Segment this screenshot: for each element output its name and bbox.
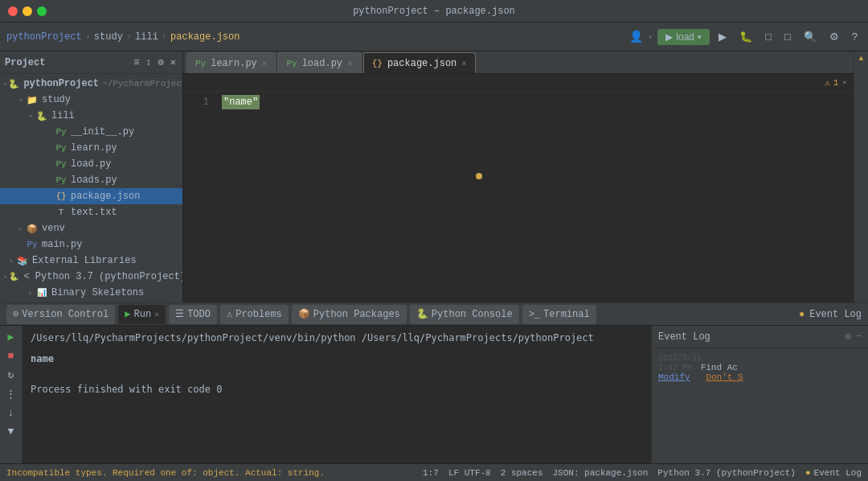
terminal-label: Terminal [543, 309, 590, 320]
profile-button[interactable]: □ [780, 28, 795, 45]
load-file-icon: Py [55, 158, 68, 171]
breadcrumb-lili[interactable]: lili [135, 31, 158, 43]
settings-button[interactable]: ⚙ [825, 28, 843, 45]
search-button[interactable]: 🔍 [800, 28, 821, 45]
packages-label: Python Packages [313, 309, 400, 320]
load-tab-icon: Py [286, 59, 297, 68]
status-file-type[interactable]: JSON: package.json [553, 468, 649, 478]
window-controls[interactable] [8, 6, 47, 16]
status-python[interactable]: Python 3.7 (pythonProject) [657, 468, 796, 478]
warning-dot-icon [476, 173, 482, 179]
tree-item-root[interactable]: 🐍 pythonProject ~/PycharmProjects/p [0, 76, 182, 92]
editor-warnings: ⚠ 1 ▾ [825, 77, 847, 88]
tree-item-lili[interactable]: 🐍 lili [0, 108, 182, 124]
run-tab-close-icon[interactable]: ✕ [154, 310, 159, 319]
event-log-label[interactable]: Event Log [809, 309, 862, 320]
problems-label: Problems [235, 309, 282, 320]
breadcrumb-study[interactable]: study [94, 31, 123, 43]
bottom-tab-console[interactable]: 🐍 Python Console [410, 305, 519, 324]
status-event-log[interactable]: ● Event Log [805, 468, 862, 478]
panel-close-icon[interactable]: ✕ [169, 55, 178, 70]
event-link-modify[interactable]: Modify [658, 372, 690, 382]
minimize-button[interactable] [23, 6, 32, 16]
status-bar-right: 1:7 LF UTF-8 2 spaces JSON: package.json… [423, 468, 862, 478]
bottom-tab-packages[interactable]: 📦 Python Packages [292, 305, 407, 324]
tree-item-learn[interactable]: Py learn.py [0, 140, 182, 156]
event-log-gear-icon[interactable]: ⚙ [845, 331, 851, 343]
tree-item-text[interactable]: T text.txt [0, 204, 182, 220]
panel-icon-1[interactable]: ≡ [132, 56, 141, 70]
bottom-tab-todo[interactable]: ☰ TODO [169, 305, 217, 324]
package-tab-close[interactable]: ✕ [461, 58, 467, 68]
binsk-arrow-icon [26, 289, 35, 298]
bottom-tab-terminal[interactable]: >_ Terminal [522, 305, 596, 324]
tree-item-venv[interactable]: 📦 venv [0, 220, 182, 236]
vcs-icon: ⊙ [13, 308, 18, 320]
status-indent[interactable]: 2 spaces [501, 468, 543, 478]
run-play-icon[interactable]: ▶ [6, 329, 16, 345]
status-position[interactable]: 1:7 [423, 468, 439, 478]
root-icon: 🐍 [7, 77, 20, 90]
learn-tab-close[interactable]: ✕ [262, 58, 268, 68]
tree-item-study[interactable]: 📁 study [0, 92, 182, 108]
code-editor[interactable]: "name" [215, 92, 854, 302]
run-stop-icon[interactable]: ■ [6, 348, 16, 364]
tab-load[interactable]: Py load.py ✕ [277, 52, 361, 73]
code-token-name: "name" [222, 95, 260, 109]
binsk-label: Binary Skeletons [51, 287, 144, 298]
run-rerun-icon[interactable]: ↻ [6, 367, 16, 383]
window-title: pythonProject – package.json [353, 6, 515, 17]
warning-count: 1 [833, 78, 839, 88]
init-file-icon: Py [55, 125, 68, 138]
run-filter-icon[interactable]: ▼ [6, 424, 16, 439]
event-date: 2022/3/11 [658, 354, 702, 363]
run-green-button[interactable]: ▶ [714, 28, 731, 45]
breadcrumb-project[interactable]: pythonProject [6, 31, 82, 43]
bottom-tab-problems[interactable]: ⚠ Problems [220, 305, 289, 324]
coverage-button[interactable]: □ [761, 28, 776, 45]
main-label: main.py [42, 239, 82, 250]
code-container: 1 "name" [183, 92, 854, 302]
event-log-content: 2022/3/11 1:42 PM Find Ac Modify · Don't… [652, 348, 868, 463]
tree-item-package[interactable]: {} package.json [0, 188, 182, 204]
binsk-icon: 📊 [35, 286, 48, 299]
tree-item-load[interactable]: Py load.py [0, 156, 182, 172]
run-sidebar: ▶ ■ ↻ ⋮ ↓ ▼ [0, 326, 23, 463]
close-button[interactable] [8, 6, 18, 16]
package-file-icon: {} [55, 190, 68, 203]
loads-file-icon: Py [55, 174, 68, 187]
lili-folder-icon: 🐍 [35, 109, 48, 122]
tab-package[interactable]: {} package.json ✕ [363, 52, 476, 73]
tree-item-extlibs[interactable]: 📚 External Libraries [0, 253, 182, 269]
panel-settings-icon[interactable]: ⚙ [157, 55, 166, 70]
run-button[interactable]: ▶ load ▾ [657, 29, 710, 45]
line-numbers: 1 [183, 92, 215, 302]
main-area: Project ≡ ↕ ⚙ ✕ 🐍 pythonProject ~/Pychar… [0, 51, 868, 302]
tree-item-init[interactable]: Py __init__.py [0, 124, 182, 140]
run-scroll-end-icon[interactable]: ↓ [6, 405, 16, 421]
panel-icon-2[interactable]: ↕ [144, 56, 153, 70]
status-encoding[interactable]: LF UTF-8 [448, 468, 491, 478]
learn-tab-icon: Py [195, 59, 206, 68]
event-link-dont[interactable]: Don't S [706, 372, 743, 382]
load-tab-close[interactable]: ✕ [347, 58, 353, 68]
tree-item-loads[interactable]: Py loads.py [0, 172, 182, 188]
warning-arrow-icon: ▾ [841, 77, 847, 88]
event-log-minimize-icon[interactable]: – [856, 331, 862, 343]
tree-item-binsk[interactable]: 📊 Binary Skeletons [0, 285, 182, 301]
help-button[interactable]: ? [848, 28, 862, 45]
tab-learn[interactable]: Py learn.py ✕ [186, 52, 276, 73]
breadcrumb-file[interactable]: package.json [170, 31, 240, 43]
bottom-tab-run[interactable]: ▶ Run ✕ [118, 305, 166, 324]
tree-item-main[interactable]: Py main.py [0, 236, 182, 253]
package-tab-label: package.json [387, 58, 457, 69]
dropdown-arrow-icon: ▾ [648, 32, 653, 42]
command-line: /Users/llq/PycharmProjects/pythonProject… [31, 331, 643, 345]
bottom-tab-vcs[interactable]: ⊙ Version Control [6, 305, 115, 324]
exit-code-line: Process finished with exit code 0 [31, 382, 643, 397]
warning-indicator [473, 170, 482, 184]
run-more-icon[interactable]: ⋮ [4, 386, 18, 402]
debug-button[interactable]: 🐛 [735, 28, 756, 45]
tree-item-python37[interactable]: 🐍 < Python 3.7 (pythonProject) > /U [0, 269, 182, 285]
maximize-button[interactable] [37, 6, 47, 16]
